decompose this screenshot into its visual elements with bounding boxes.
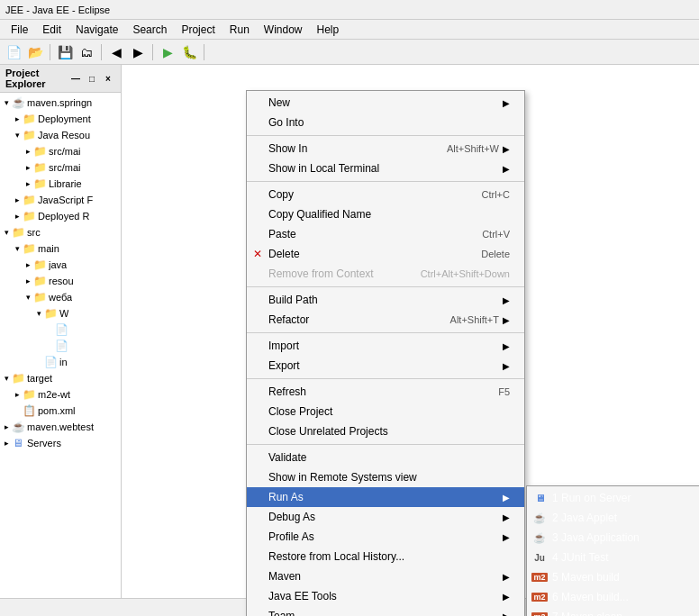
- cm-item-closeunrelated[interactable]: Close Unrelated Projects: [247, 421, 524, 441]
- tree-item-main[interactable]: ▾ 📁 main: [0, 240, 121, 257]
- cm-label-refactor: Refactor: [268, 313, 432, 326]
- cm-item-paste[interactable]: Paste Ctrl+V: [247, 224, 524, 244]
- toolbar-sep-2: [101, 44, 102, 60]
- cm-item-closeproject[interactable]: Close Project: [247, 402, 524, 421]
- tree-item-inner2[interactable]: 📄: [0, 338, 121, 354]
- cm-item-copy[interactable]: Copy Ctrl+C: [247, 185, 524, 204]
- tree-item-deployed[interactable]: ▸ 📁 Deployed R: [0, 208, 121, 224]
- project-icon: ☕: [11, 95, 25, 110]
- cm-item-export[interactable]: Export ▶: [247, 356, 524, 376]
- cm-item-validate[interactable]: Validate: [247, 448, 524, 467]
- tree-item-java[interactable]: ▸ 📁 java: [0, 257, 121, 273]
- menu-item-help[interactable]: Help: [310, 22, 347, 38]
- tree-label: maven.webtest: [27, 421, 94, 432]
- cm-label-profileas: Profile As: [268, 530, 499, 543]
- cm-item-showinremote[interactable]: Show in Remote Systems view: [247, 467, 524, 487]
- sm-item-mavenbuild[interactable]: m2 5 Maven build Alt+Shift+X, M: [527, 567, 699, 587]
- cm-item-removefromcontext[interactable]: Remove from Context Ctrl+Alt+Shift+Down: [247, 264, 524, 284]
- tree-item-target[interactable]: ▾ 📁 target: [0, 370, 121, 386]
- tree-item-m2ewt[interactable]: ▸ 📁 m2e-wt: [0, 386, 121, 403]
- tree-item-libraries[interactable]: ▸ 📁 Librarie: [0, 176, 121, 192]
- project-icon: ☕: [11, 420, 25, 434]
- tree-item-servers[interactable]: ▸ 🖥 Servers: [0, 435, 121, 451]
- sm-item-javaapp[interactable]: ☕ 3 Java Application Alt+Shift+X, J: [527, 528, 699, 548]
- cm-item-maven[interactable]: Maven ▶: [247, 566, 524, 586]
- cm-item-delete[interactable]: ✕ Delete Delete: [247, 244, 524, 264]
- tree-item-W[interactable]: ▾ 📁 W: [0, 305, 121, 322]
- menu-item-navigate[interactable]: Navigate: [68, 22, 125, 38]
- tree-label: src: [27, 227, 41, 238]
- cm-item-new[interactable]: New ▶: [247, 93, 524, 113]
- toolbar-btn-debug[interactable]: 🐛: [179, 42, 199, 62]
- menu-item-search[interactable]: Search: [125, 22, 174, 38]
- tree-item-javascript[interactable]: ▸ 📁 JavaScript F: [0, 192, 121, 208]
- toolbar-btn-forward[interactable]: ▶: [128, 42, 148, 62]
- file-icon: 📋: [22, 403, 36, 418]
- menu-item-run[interactable]: Run: [222, 22, 257, 38]
- tree-item-javaresou[interactable]: ▾ 📁 Java Resou: [0, 127, 121, 143]
- cm-item-copyqualified[interactable]: Copy Qualified Name: [247, 204, 524, 224]
- tree-item-resou[interactable]: ▸ 📁 resou: [0, 273, 121, 289]
- cm-shortcut-removefromcontext: Ctrl+Alt+Shift+Down: [421, 268, 510, 279]
- panel-title: Project Explorer: [5, 68, 68, 89]
- tree-item-in[interactable]: 📄 in: [0, 354, 121, 370]
- cm-item-debugas[interactable]: Debug As ▶: [247, 507, 524, 527]
- menu-item-window[interactable]: Window: [257, 22, 310, 38]
- cm-label-buildpath: Build Path: [268, 294, 499, 306]
- toolbar-btn-save[interactable]: 💾: [55, 42, 75, 62]
- expand-icon: [13, 406, 22, 415]
- panel-header: Project Explorer — □ ×: [0, 65, 121, 93]
- tree-item-inner1[interactable]: 📄: [0, 322, 121, 338]
- server-icon: 🖥: [531, 491, 549, 505]
- menu-item-edit[interactable]: Edit: [35, 22, 68, 38]
- cm-item-import[interactable]: Import ▶: [247, 336, 524, 356]
- cm-item-goto[interactable]: Go Into: [247, 113, 524, 132]
- sm-item-junit[interactable]: Ju 4 JUnit Test Alt+Shift+X, T: [527, 548, 699, 567]
- cm-label-refresh: Refresh: [268, 385, 480, 398]
- cm-item-restorefromlocal[interactable]: Restore from Local History...: [247, 547, 524, 566]
- tree-item-root[interactable]: ▾ ☕ maven.springn: [0, 95, 121, 111]
- tree-item-src[interactable]: ▾ 📁 src: [0, 224, 121, 240]
- cm-item-showinlocal[interactable]: Show in Local Terminal ▶: [247, 159, 524, 178]
- cm-label-new: New: [268, 96, 499, 109]
- sm-item-mavenbuild2[interactable]: m2 6 Maven build...: [527, 587, 699, 607]
- cm-item-runas[interactable]: Run As ▶ 🖥 1 Run on Server Alt+Shift+X, …: [247, 487, 524, 507]
- tree-item-pomxml[interactable]: 📋 pom.xml: [0, 403, 121, 419]
- cm-sep-2: [247, 181, 524, 182]
- toolbar-btn-run[interactable]: ▶: [158, 42, 177, 62]
- cm-item-team[interactable]: Team ▶: [247, 606, 524, 616]
- toolbar-btn-save-all[interactable]: 🗂: [77, 42, 96, 62]
- folder-icon: 📁: [32, 258, 47, 272]
- tree-item-srcmain2[interactable]: ▸ 📁 src/mai: [0, 159, 121, 176]
- tree-item-srcmain1[interactable]: ▸ 📁 src/mai: [0, 143, 121, 159]
- tree-item-webapp[interactable]: ▾ 📁 weба: [0, 289, 121, 305]
- sm-item-mavenclean[interactable]: m2 7 Maven clean: [527, 607, 699, 616]
- panel-maximize-icon[interactable]: □: [85, 71, 99, 86]
- toolbar-btn-open[interactable]: 📂: [25, 42, 45, 62]
- cm-item-profileas[interactable]: Profile As ▶: [247, 527, 524, 547]
- sm-item-runonserver[interactable]: 🖥 1 Run on Server Alt+Shift+X, R: [527, 488, 699, 508]
- tree-label: java: [49, 259, 67, 270]
- panel-close-icon[interactable]: ×: [101, 71, 115, 86]
- toolbar-btn-back[interactable]: ◀: [106, 42, 126, 62]
- sm-label-javaapp: 3 Java Application: [552, 531, 699, 544]
- sm-item-javaapplet[interactable]: ☕ 2 Java Applet Alt+Shift+X, A: [527, 508, 699, 528]
- menu-item-project[interactable]: Project: [174, 22, 222, 38]
- menu-item-file[interactable]: File: [4, 22, 35, 38]
- cm-arrow-export: ▶: [503, 361, 510, 371]
- tree-item-deployment[interactable]: ▸ 📁 Deployment: [0, 111, 121, 127]
- panel-minimize-icon[interactable]: —: [68, 71, 83, 86]
- expand-icon: ▸: [23, 260, 32, 269]
- cm-item-javaeetools[interactable]: Java EE Tools ▶: [247, 586, 524, 606]
- cm-item-refresh[interactable]: Refresh F5: [247, 382, 524, 402]
- tree-label: Librarie: [49, 178, 82, 189]
- tree-item-mavenwebtest[interactable]: ▸ ☕ maven.webtest: [0, 419, 121, 435]
- cm-item-refactor[interactable]: Refactor Alt+Shift+T ▶: [247, 310, 524, 330]
- toolbar-btn-new[interactable]: 📄: [4, 42, 23, 62]
- cm-label-copyqualified: Copy Qualified Name: [268, 208, 510, 221]
- cm-shortcut-refactor: Alt+Shift+T: [450, 314, 499, 325]
- cm-item-showin[interactable]: Show In Alt+Shift+W ▶: [247, 139, 524, 159]
- tree-label: resou: [49, 276, 74, 286]
- runas-submenu: 🖥 1 Run on Server Alt+Shift+X, R ☕ 2 Jav…: [526, 485, 699, 616]
- cm-item-buildpath[interactable]: Build Path ▶: [247, 290, 524, 310]
